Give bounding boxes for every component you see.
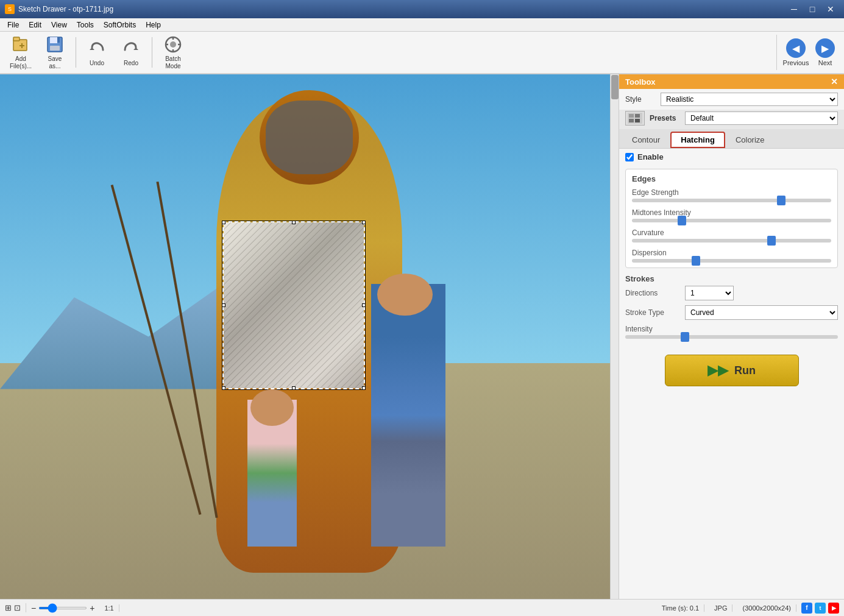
facebook-icon[interactable]: f [801, 603, 812, 614]
stroke-type-select[interactable]: Straight Curved Zigzag [685, 305, 838, 320]
handle-mr[interactable] [362, 303, 366, 307]
handle-tl[interactable] [222, 221, 225, 224]
zoom-value: 1:1 [99, 604, 119, 612]
intensity-label: Intensity [625, 325, 838, 333]
handle-bl[interactable] [222, 386, 225, 390]
handle-tr[interactable] [362, 221, 366, 224]
curvature-thumb[interactable] [767, 236, 776, 246]
run-button[interactable]: ▶▶ Run [665, 355, 799, 386]
zoom-minus-icon[interactable]: − [31, 603, 36, 613]
intensity-slider-row: Intensity [625, 325, 838, 339]
zoom-reset-icon[interactable]: ⊡ [14, 603, 21, 612]
strokes-section: Strokes Directions 1 2 3 4 Stroke Type S [625, 272, 838, 339]
vscrollbar-thumb[interactable] [611, 75, 619, 99]
save-as-button[interactable]: Saveas... [39, 35, 71, 70]
next-button[interactable]: ▶ Next [811, 35, 839, 70]
selection-rect[interactable] [222, 221, 364, 389]
close-button[interactable]: ✕ [822, 2, 839, 16]
redo-button[interactable]: Redo [115, 35, 147, 70]
enable-label: Enable [637, 152, 664, 161]
enable-checkbox[interactable] [625, 153, 634, 161]
style-select[interactable]: Realistic Pencil Charcoal Ink [661, 93, 838, 106]
edge-strength-track[interactable] [632, 199, 831, 202]
menu-view[interactable]: View [46, 19, 72, 30]
zoom-fit-icon[interactable]: ⊞ [5, 603, 12, 612]
undo-label: Undo [90, 60, 104, 66]
tab-hatching[interactable]: Hatching [670, 132, 725, 148]
intensity-track[interactable] [625, 335, 838, 339]
tab-contour[interactable]: Contour [622, 132, 670, 148]
menu-edit[interactable]: Edit [24, 19, 46, 30]
handle-tm[interactable] [292, 221, 296, 224]
social-icons: f t ▶ [801, 603, 839, 614]
run-arrow-icon: ▶▶ [707, 363, 728, 378]
svg-rect-6 [50, 46, 60, 51]
dispersion-track[interactable] [632, 259, 831, 263]
maximize-button[interactable]: □ [804, 2, 821, 16]
toolbar: AddFile(s)... Saveas... Undo [0, 32, 844, 74]
twitter-icon[interactable]: t [815, 603, 826, 614]
canvas-area[interactable] [0, 74, 619, 599]
titlebar: S Sketch Drawer - otp-1711.jpg ─ □ ✕ [0, 0, 844, 18]
vscrollbar[interactable] [610, 74, 619, 599]
edge-strength-label: Edge Strength [632, 188, 831, 197]
menubar: File Edit View Tools SoftOrbits Help [0, 18, 844, 32]
presets-select[interactable]: Default Light Heavy Artistic [685, 112, 838, 125]
main-area: Toolbox ✕ Style Realistic Pencil Charcoa… [0, 74, 844, 599]
handle-bm[interactable] [292, 386, 296, 390]
menu-tools[interactable]: Tools [72, 19, 99, 30]
svg-rect-20 [635, 114, 640, 118]
curvature-label: Curvature [632, 228, 831, 237]
midtones-track[interactable] [632, 219, 831, 222]
edges-section: Edges Edge Strength Midtones Intensity [625, 169, 838, 268]
svg-rect-5 [50, 37, 57, 43]
dimensions-display: (3000x2000x24) [737, 604, 796, 612]
next-arrow-icon: ▶ [815, 38, 835, 58]
directions-label: Directions [625, 289, 680, 297]
tabs: Contour Hatching Colorize [619, 129, 844, 149]
enable-row: Enable [619, 149, 844, 165]
menu-file[interactable]: File [2, 19, 24, 30]
nav-buttons: ◀ Previous ▶ Next [776, 35, 839, 70]
minimize-button[interactable]: ─ [785, 2, 803, 16]
presets-label: Presets [650, 114, 680, 122]
app-title: Sketch Drawer - otp-1711.jpg [18, 5, 785, 13]
menu-help[interactable]: Help [141, 19, 166, 30]
style-row: Style Realistic Pencil Charcoal Ink [619, 89, 844, 110]
menu-softorbits[interactable]: SoftOrbits [99, 19, 141, 30]
dispersion-label: Dispersion [632, 249, 831, 257]
directions-select[interactable]: 1 2 3 4 [685, 286, 734, 300]
toolbox-close-button[interactable]: ✕ [831, 77, 838, 87]
youtube-icon[interactable]: ▶ [828, 603, 839, 614]
previous-arrow-icon: ◀ [786, 38, 806, 58]
edge-strength-thumb[interactable] [777, 196, 785, 205]
toolbox-title: Toolbox [625, 77, 656, 87]
window-controls: ─ □ ✕ [785, 2, 839, 16]
dispersion-thumb[interactable] [692, 256, 700, 266]
svg-marker-8 [90, 48, 94, 50]
stroke-type-label: Stroke Type [625, 308, 680, 317]
svg-rect-1 [13, 37, 20, 41]
svg-point-11 [170, 41, 176, 48]
hatching-lines [224, 222, 363, 388]
curvature-slider-row: Curvature [632, 228, 831, 243]
handle-ml[interactable] [222, 303, 225, 307]
batch-mode-icon [163, 35, 183, 54]
curvature-track[interactable] [632, 239, 831, 243]
previous-label: Previous [783, 59, 809, 66]
handle-br[interactable] [362, 386, 366, 390]
tab-colorize[interactable]: Colorize [725, 132, 775, 148]
zoom-plus-icon[interactable]: + [90, 603, 94, 613]
undo-button[interactable]: Undo [81, 35, 113, 70]
toolbar-sep-1 [76, 37, 76, 68]
zoom-slider[interactable] [38, 607, 87, 609]
next-label: Next [818, 59, 832, 66]
intensity-thumb[interactable] [681, 332, 689, 342]
right-panel: Toolbox ✕ Style Realistic Pencil Charcoa… [619, 74, 844, 599]
previous-button[interactable]: ◀ Previous [782, 35, 810, 70]
zoom-control: − + [31, 603, 94, 613]
add-files-button[interactable]: AddFile(s)... [5, 35, 37, 70]
app-icon: S [5, 4, 15, 14]
midtones-thumb[interactable] [678, 216, 686, 225]
batch-mode-button[interactable]: BatchMode [157, 35, 189, 70]
